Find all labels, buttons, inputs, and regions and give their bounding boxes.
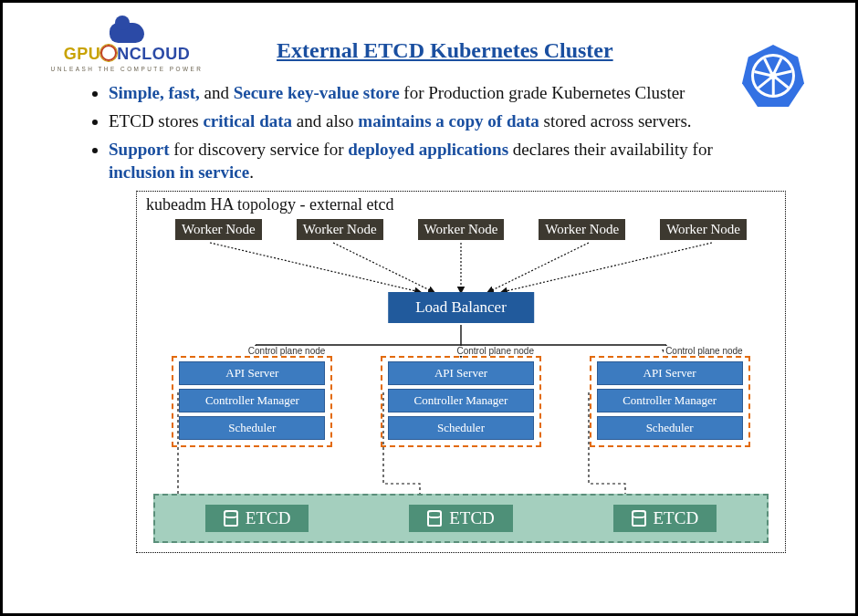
svg-line-3: [488, 243, 589, 292]
brand-tagline: UNLEASH THE COMPUTE POWER: [36, 66, 218, 72]
heptagon-icon: [742, 45, 804, 107]
kubernetes-logo: [742, 45, 804, 107]
worker-row: Worker Node Worker Node Worker Node Work…: [137, 219, 785, 240]
worker-node-4: Worker Node: [539, 219, 625, 240]
bullet-2: ETCD stores critical data and also maint…: [109, 110, 748, 132]
control-plane-1: Control plane node API Server Controller…: [172, 356, 332, 447]
ring-icon: [100, 45, 117, 61]
worker-node-3: Worker Node: [418, 219, 505, 240]
brand-text-2: NCLOUD: [117, 45, 190, 63]
scheduler-2: Scheduler: [388, 416, 534, 440]
worker-node-1: Worker Node: [175, 219, 262, 240]
page-title: External ETCD Kubernetes Cluster: [277, 38, 613, 63]
worker-node-2: Worker Node: [297, 219, 383, 240]
brand-logo: GPUNCLOUD UNLEASH THE COMPUTE POWER: [36, 23, 218, 72]
disk-icon: [427, 510, 442, 527]
topology-diagram: kubeadm HA topology - external etcd: [136, 191, 786, 553]
disk-icon: [632, 510, 646, 527]
control-plane-2: Control plane node API Server Controller…: [381, 356, 541, 447]
controller-manager-1: Controller Manager: [179, 389, 325, 412]
cp-label-1: Control plane node: [246, 346, 328, 356]
svg-line-1: [333, 243, 434, 292]
control-plane-row: Control plane node API Server Controller…: [137, 356, 785, 447]
scheduler-3: Scheduler: [597, 416, 743, 440]
api-server-1: API Server: [179, 361, 325, 385]
api-server-2: API Server: [388, 361, 534, 385]
diagram-title: kubeadm HA topology - external etcd: [146, 195, 393, 214]
slide-frame: GPUNCLOUD UNLEASH THE COMPUTE POWER Exte…: [0, 0, 858, 616]
svg-line-0: [210, 243, 420, 292]
scheduler-1: Scheduler: [179, 416, 325, 440]
bullet-list: Simple, fast, and Secure key-value store…: [109, 81, 822, 183]
etcd-cluster: ETCD ETCD ETCD: [153, 494, 769, 543]
controller-manager-3: Controller Manager: [597, 389, 743, 412]
worker-node-5: Worker Node: [660, 219, 747, 240]
cloud-icon: [110, 23, 144, 43]
control-plane-3: Control plane node API Server Controller…: [590, 356, 750, 447]
cp-label-3: Control plane node: [664, 346, 745, 356]
api-server-3: API Server: [597, 361, 743, 385]
etcd-node-1: ETCD: [205, 505, 309, 532]
disk-icon: [224, 510, 238, 527]
brand-text-1: GPU: [64, 45, 101, 63]
svg-line-4: [502, 243, 712, 292]
etcd-node-2: ETCD: [409, 505, 513, 532]
load-balancer: Load Balancer: [388, 292, 534, 323]
etcd-node-3: ETCD: [613, 505, 717, 532]
bullet-1: Simple, fast, and Secure key-value store…: [109, 81, 748, 104]
wheel-icon: [751, 54, 795, 98]
controller-manager-2: Controller Manager: [388, 389, 534, 412]
bullet-3: Support for discovery service for deploy…: [109, 138, 748, 183]
cp-label-2: Control plane node: [455, 346, 536, 356]
